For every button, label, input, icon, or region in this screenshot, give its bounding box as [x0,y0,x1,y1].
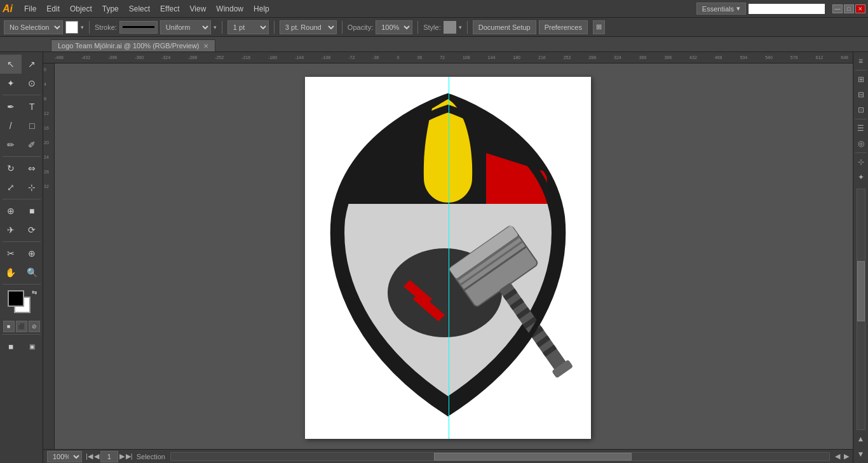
scale-tool[interactable]: ⤢ [0,178,22,197]
hand-tool[interactable]: ✋ [0,263,22,282]
menu-window[interactable]: Window [211,3,248,15]
menu-view[interactable]: View [185,3,212,15]
menu-edit[interactable]: Edit [41,3,65,15]
zoom-tool[interactable]: ⊕ [22,244,43,263]
horizontal-scrollbar[interactable] [170,452,830,461]
stroke-color-swatch[interactable] [119,21,158,34]
stroke-label: Stroke: [95,23,117,31]
close-button[interactable]: ✕ [855,4,865,13]
swap-colors-icon[interactable]: ⇆ [32,289,37,296]
screen-mode-button[interactable]: ▣ [22,337,43,356]
canvas-workspace[interactable] [55,64,841,452]
fill-color-indicator[interactable] [8,290,24,307]
reflect-tool[interactable]: ⇔ [22,159,43,178]
rotate-tool[interactable]: ↻ [0,159,22,178]
main-area: ↖ ↗ ✦ ⊙ ✒ T / □ ✏ ✐ ↻ ⇔ ⤢ ⊹ ⊕ [0,52,868,463]
tab-bar: Logo Team Mjölnir.ai @ 100% (RGB/Preview… [0,37,868,52]
panel-button-5[interactable]: ☰ [855,122,867,135]
direct-selection-tool[interactable]: ↗ [22,55,43,74]
panel-button-1[interactable]: ≡ [855,55,867,67]
panel-button-3[interactable]: ⊟ [855,88,867,101]
zoom-dropdown[interactable]: 100% [47,451,82,462]
document-tab[interactable]: Logo Team Mjölnir.ai @ 100% (RGB/Preview… [51,39,215,51]
preferences-button[interactable]: Preferences [539,20,588,34]
line-tool[interactable]: / [0,116,22,135]
options-toolbar: No Selection ▾ Stroke: Uniform ▾ 1 pt 3 … [0,18,868,37]
blend-tool[interactable]: ⟳ [22,220,43,239]
color-mode-button[interactable]: ■ [3,321,15,332]
scroll-left-button[interactable]: ◀ [835,452,840,460]
fill-swatch[interactable] [65,21,78,34]
magic-wand-tool[interactable]: ✦ [0,74,22,93]
vscroll-thumb[interactable] [857,261,865,321]
menu-help[interactable]: Help [248,3,275,15]
rectangle-tool[interactable]: □ [22,116,43,135]
opacity-label: Opacity: [348,23,373,31]
ruler-mark: -36 [372,55,379,60]
prev-page-button[interactable]: ◀ [94,452,99,460]
tool-separator-4 [3,241,41,242]
ruler-mark: 252 [564,55,571,60]
first-page-button[interactable]: |◀ [86,452,93,460]
panel-button-6[interactable]: ◎ [855,137,867,150]
lasso-tool[interactable]: ⊙ [22,74,43,93]
stroke-weight-dropdown[interactable]: 1 pt [227,20,269,34]
vertical-scrollbar[interactable] [857,189,865,430]
paintbrush-tool[interactable]: ✏ [0,135,22,154]
free-transform-tool[interactable]: ⊹ [22,178,43,197]
draw-mode-button[interactable]: ◼ [0,337,22,356]
gradient-tool[interactable]: ■ [22,201,43,220]
none-mode-button[interactable]: ⊘ [29,321,40,332]
ruler-mark: -360 [135,55,144,60]
maximize-button[interactable]: □ [844,4,854,13]
style-swatch[interactable] [444,21,456,34]
menu-file[interactable]: File [19,3,41,15]
menu-type[interactable]: Type [97,3,124,15]
canvas-area: -468 -432 -396 -360 -324 -288 -252 -216 … [43,52,853,463]
next-page-button[interactable]: ▶ [119,452,125,460]
selection-dropdown[interactable]: No Selection [4,20,63,34]
ruler-top: -468 -432 -396 -360 -324 -288 -252 -216 … [43,52,853,64]
document-setup-button[interactable]: Document Setup [473,20,536,34]
stroke-cap-dropdown[interactable]: 3 pt. Round [280,20,337,34]
panel-button-2[interactable]: ⊞ [855,73,867,86]
ruler-side: 0 4 8 12 16 20 24 28 32 [43,64,55,452]
scroll-down-button[interactable]: ▼ [855,448,867,460]
stroke-type-dropdown[interactable]: Uniform [160,20,211,34]
scroll-up-button[interactable]: ▲ [855,433,867,445]
scroll-thumb[interactable] [434,453,632,460]
panel-button-8[interactable]: ✦ [855,171,867,184]
ruler-mark: 576 [790,55,798,60]
last-page-button[interactable]: ▶| [126,452,133,460]
tool-separator-3 [3,199,41,199]
panel-button-7[interactable]: ⊹ [855,156,867,168]
tab-close-button[interactable]: ✕ [203,43,208,50]
menu-object[interactable]: Object [65,3,97,15]
scissors-tool[interactable]: ✂ [0,244,22,263]
color-mode-buttons: ■ ⬛ ⊘ [3,321,40,332]
page-input[interactable] [100,451,118,462]
pencil-tool[interactable]: ✐ [22,135,43,154]
essentials-label: Essentials [702,5,734,13]
type-tool[interactable]: T [22,97,43,116]
ruler-mark: 396 [664,55,672,60]
arrange-button[interactable]: ⊞ [593,20,605,34]
ruler-mark: 108 [463,55,470,60]
menu-effect[interactable]: Effect [155,3,184,15]
gradient-mode-button[interactable]: ⬛ [16,321,27,332]
minimize-button[interactable]: — [832,4,843,13]
scroll-right-button[interactable]: ▶ [844,452,849,460]
essentials-button[interactable]: Essentials ▾ [696,3,746,15]
chevron-fill-icon: ▾ [81,24,84,30]
ruler-mark: 432 [689,55,697,60]
pen-tool[interactable]: ✒ [0,97,22,116]
zoom-tool-2[interactable]: 🔍 [22,263,43,282]
search-input[interactable] [749,4,825,14]
menu-select[interactable]: Select [124,3,155,15]
rp-separator-3 [855,152,867,153]
eyedropper-tool[interactable]: ✈ [0,220,22,239]
selection-tool[interactable]: ↖ [0,55,22,74]
opacity-dropdown[interactable]: 100% [376,20,412,34]
shape-builder-tool[interactable]: ⊕ [0,201,22,220]
panel-button-4[interactable]: ⊡ [855,104,867,116]
